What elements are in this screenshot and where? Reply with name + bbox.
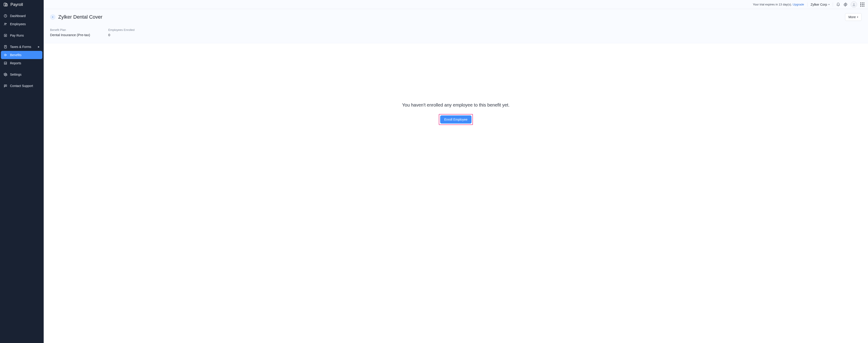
sidebar-item-reports[interactable]: Reports xyxy=(1,59,42,67)
sidebar-item-label: Employees xyxy=(10,22,39,26)
main-area: Your trial expires in 13 day(s). Upgrade… xyxy=(44,0,868,343)
sidebar-item-label: Benefits xyxy=(10,53,39,57)
chevron-right-icon: ▶ xyxy=(38,46,39,48)
svg-rect-0 xyxy=(4,3,6,6)
gear-icon[interactable] xyxy=(843,2,847,7)
sidebar-item-label: Dashboard xyxy=(10,14,39,18)
org-switcher[interactable]: Zylker Corp ▾ xyxy=(811,3,830,6)
svg-point-16 xyxy=(845,4,846,5)
svg-point-4 xyxy=(6,24,7,24)
chevron-down-icon: ▾ xyxy=(829,3,830,6)
topbar: Your trial expires in 13 day(s). Upgrade… xyxy=(44,0,868,9)
enroll-employee-button[interactable]: Enroll Employee xyxy=(440,115,471,124)
org-name: Zylker Corp xyxy=(811,3,827,6)
sidebar-item-benefits[interactable]: Benefits xyxy=(1,51,42,59)
sidebar-header: Payroll xyxy=(0,0,44,9)
header-top: Zylker Dental Cover More ▾ xyxy=(50,13,862,21)
svg-point-17 xyxy=(853,3,855,4)
trial-message: Your trial expires in 13 day(s). Upgrade xyxy=(753,3,804,6)
highlight-frame: Enroll Employee xyxy=(439,114,473,125)
settings-icon xyxy=(4,73,7,76)
summary-label: Benefit Plan xyxy=(50,28,90,32)
svg-point-3 xyxy=(5,23,5,24)
sidebar-nav: Dashboard Employees Pay Runs Taxes & For… xyxy=(0,9,44,90)
title-wrap: Zylker Dental Cover xyxy=(50,14,102,20)
reports-icon xyxy=(4,61,7,65)
payruns-icon xyxy=(4,34,7,37)
sidebar-item-label: Pay Runs xyxy=(10,34,39,37)
divider xyxy=(833,2,833,7)
sidebar: Payroll Dashboard Employees Pay Runs xyxy=(0,0,44,343)
empty-state: You haven't enrolled any employee to thi… xyxy=(44,43,868,343)
employees-icon xyxy=(4,22,7,26)
apps-launcher-icon[interactable] xyxy=(860,2,864,7)
sidebar-item-taxes[interactable]: Taxes & Forms ▶ xyxy=(1,43,42,51)
summary-benefit-plan: Benefit Plan Dental Insurance (Pre-tax) xyxy=(50,28,90,37)
sidebar-item-settings[interactable]: Settings xyxy=(1,70,42,78)
benefits-icon xyxy=(4,53,7,57)
summary-value: Dental Insurance (Pre-tax) xyxy=(50,33,90,37)
svg-point-13 xyxy=(5,74,6,75)
app-title: Payroll xyxy=(10,2,23,7)
upgrade-link[interactable]: Upgrade xyxy=(793,3,804,6)
notifications-icon[interactable] xyxy=(836,2,840,7)
sidebar-item-label: Reports xyxy=(10,61,39,65)
sidebar-item-label: Settings xyxy=(10,73,39,76)
payroll-logo-icon xyxy=(3,2,8,7)
sidebar-item-payruns[interactable]: Pay Runs xyxy=(1,31,42,39)
summary-value: 0 xyxy=(108,33,135,37)
more-label: More xyxy=(848,15,856,19)
support-icon xyxy=(4,84,7,88)
sidebar-item-label: Contact Support xyxy=(10,84,39,88)
taxes-icon xyxy=(4,45,7,48)
trial-text: Your trial expires in 13 day(s). xyxy=(753,3,793,6)
sidebar-item-support[interactable]: Contact Support xyxy=(1,82,42,90)
summary-label: Employees Enrolled xyxy=(108,28,135,32)
back-button[interactable] xyxy=(50,14,56,20)
sidebar-item-employees[interactable]: Employees xyxy=(1,20,42,28)
summary-employees-enrolled: Employees Enrolled 0 xyxy=(108,28,135,37)
caret-down-icon: ▾ xyxy=(857,16,858,18)
avatar[interactable] xyxy=(851,1,857,8)
page-header: Zylker Dental Cover More ▾ Benefit Plan … xyxy=(44,9,868,43)
sidebar-item-dashboard[interactable]: Dashboard xyxy=(1,12,42,20)
empty-message: You haven't enrolled any employee to thi… xyxy=(402,102,509,108)
more-button[interactable]: More ▾ xyxy=(845,13,862,21)
dashboard-icon xyxy=(4,14,7,18)
summary-row: Benefit Plan Dental Insurance (Pre-tax) … xyxy=(50,28,862,37)
sidebar-item-label: Taxes & Forms xyxy=(10,45,35,48)
page-title: Zylker Dental Cover xyxy=(58,14,102,20)
